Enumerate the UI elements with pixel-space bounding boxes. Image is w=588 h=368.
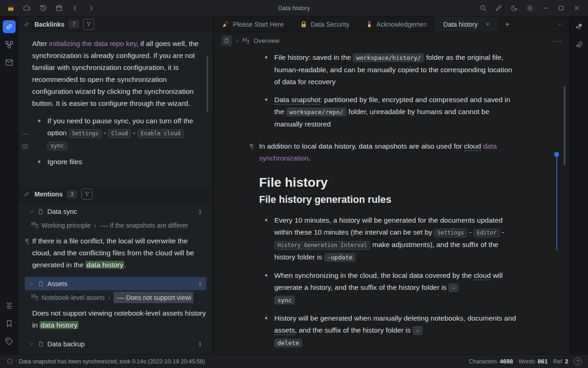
mentions-header: Mentions 3	[18, 186, 213, 202]
mention-doc-row-assets[interactable]: Assets 1	[25, 277, 206, 290]
panel-scrollbar-thumb[interactable]	[207, 56, 208, 112]
mention-paragraph[interactable]: Does not support viewing notebook-level …	[32, 307, 206, 331]
help-icon[interactable]: ?	[574, 357, 582, 365]
edit-mode-icon[interactable]	[494, 4, 503, 12]
dock-bookmark-icon[interactable]	[3, 317, 16, 330]
tab-list-dropdown-icon[interactable]	[549, 17, 570, 32]
close-window-icon[interactable]	[572, 4, 581, 12]
tab-label: Acknowledgemen	[377, 21, 428, 28]
backlink-list-item[interactable]: If you need to pause sync, you can turn …	[32, 115, 201, 152]
virtual-ref[interactable]: assets	[274, 326, 295, 335]
mentions-list: Data sync 1 H2 Working principle › ·— If…	[18, 202, 213, 354]
paragraph-gutter-icon[interactable]: ¶	[249, 141, 254, 153]
characters-stat: Characters4698	[469, 358, 513, 365]
tab-data-security[interactable]: Data Security	[292, 17, 358, 32]
back-icon[interactable]	[71, 4, 79, 12]
doc-list-item[interactable]: History will be generated when manually …	[259, 312, 518, 349]
data-history-icon[interactable]	[39, 4, 47, 12]
tab-please-start-here[interactable]: Please Start Here	[214, 17, 292, 32]
link-icon	[23, 190, 30, 198]
editor-scrollbar-thumb[interactable]	[564, 86, 565, 166]
backlinks-filter-button[interactable]	[83, 19, 94, 30]
paragraph-gutter-icon[interactable]: ¶	[25, 236, 29, 247]
inline-code: workspace/history/	[353, 53, 424, 62]
dock-inbox-icon[interactable]	[3, 56, 16, 69]
mention-breadcrumb[interactable]: H2 Notebook-level assets › ·— Does not s…	[25, 292, 206, 303]
cloud-sync-icon[interactable]	[23, 4, 31, 12]
dock-backlinks-icon[interactable]	[3, 20, 16, 33]
mention-doc-row-data-backup[interactable]: Data backup 1	[25, 337, 206, 351]
text-run: -	[500, 228, 504, 236]
maximize-icon[interactable]	[557, 4, 565, 12]
highlight-match: data history	[40, 321, 78, 329]
text-run: After	[32, 40, 49, 47]
doc-bullet-list: Every 10 minutes, a history will be gene…	[259, 214, 518, 354]
search-icon[interactable]	[479, 4, 487, 12]
titlebar-left	[0, 4, 124, 12]
doc-list-item[interactable]: When synchronizing in the cloud, the loc…	[259, 270, 518, 306]
mentions-filter-button[interactable]	[81, 189, 92, 200]
doc-list-item[interactable]: File history: saved in the workspace/his…	[259, 52, 518, 88]
doc-name: Data backup	[47, 338, 85, 350]
new-tab-button[interactable]: +	[498, 17, 517, 32]
text-run: Ignore files	[47, 158, 82, 166]
doc-count: 1	[198, 338, 202, 350]
backlink-paragraph[interactable]: After initializing the data repo key, if…	[32, 38, 201, 109]
doc-name: Assets	[47, 278, 68, 290]
backlink-list-item[interactable]: Ignore files	[32, 156, 201, 168]
tab-acknowledgements[interactable]: Acknowledgemen	[358, 17, 436, 32]
breadcrumb-item[interactable]: Overview	[254, 37, 279, 44]
document-icon-button[interactable]	[221, 35, 232, 46]
breadcrumb-item: Notebook-level assets	[41, 292, 105, 303]
list-item-gutter-icon[interactable]	[21, 130, 29, 138]
highlight-match: data history	[85, 261, 124, 269]
dock-tag-icon[interactable]	[3, 335, 16, 348]
app-window: Data history	[0, 0, 588, 368]
block-ref-link[interactable]: initializing the data repo key	[49, 40, 136, 47]
inline-code: -	[448, 283, 458, 292]
text-run: -	[102, 129, 108, 137]
medal-icon	[366, 21, 373, 28]
virtual-ref[interactable]: cloud	[474, 271, 491, 280]
heading-level-label: H2	[31, 292, 38, 303]
virtual-ref[interactable]: cloud	[464, 142, 481, 151]
breadcrumb-separator: ›	[108, 292, 110, 303]
forward-icon[interactable]	[87, 4, 95, 12]
titlebar: Data history	[0, 0, 588, 17]
dock-graph-view-icon[interactable]	[573, 20, 586, 33]
dock-graph-icon[interactable]	[3, 38, 16, 51]
tab-data-history[interactable]: Data history ×	[435, 17, 498, 32]
lock-icon	[300, 21, 307, 28]
doc-list-item[interactable]: Data snapshot: partitioned by file, encr…	[259, 94, 518, 130]
tab-close-icon[interactable]: ×	[486, 21, 490, 28]
dock-global-graph-icon[interactable]	[573, 38, 586, 51]
mention-breadcrumb[interactable]: H2 Working principle › ·— If the snapsho…	[25, 219, 206, 231]
more-options-icon[interactable]: ···	[553, 37, 562, 45]
editor-content[interactable]: File history: saved in the workspace/his…	[214, 49, 570, 354]
settings-gear-icon[interactable]	[526, 4, 534, 12]
status-message: Data snapshot has been synchronized, too…	[19, 358, 205, 365]
theme-moon-icon[interactable]	[510, 4, 518, 12]
chevron-down-icon	[28, 281, 34, 287]
doc-paragraph[interactable]: ¶ In addition to local data history, dat…	[259, 140, 518, 164]
brand-crown-icon[interactable]	[6, 4, 15, 12]
doc-heading-2[interactable]: File history generation rules	[259, 194, 518, 206]
mention-doc-row-data-sync[interactable]: Data sync 1	[25, 205, 206, 218]
document-icon	[38, 208, 44, 215]
doc-heading-1[interactable]: File history	[259, 177, 518, 189]
doc-bullet-list: File history: saved in the workspace/his…	[259, 52, 518, 130]
daily-note-icon[interactable]	[55, 4, 63, 12]
mentions-title: Mentions	[34, 190, 62, 198]
mention-paragraph[interactable]: ¶ If there is a file conflict, the local…	[32, 235, 206, 271]
doc-list-item[interactable]: Every 10 minutes, a history will be gene…	[259, 214, 518, 264]
virtual-ref[interactable]: Data snapshot	[274, 96, 320, 104]
breadcrumb-item: Working principle	[41, 219, 90, 231]
inline-code: delete	[274, 339, 302, 347]
party-popper-icon	[222, 21, 229, 28]
kbd-tag: Editor	[474, 229, 500, 237]
minimize-icon[interactable]	[541, 4, 549, 12]
tab-label: Data history	[443, 21, 478, 28]
list-gutter-icon[interactable]	[21, 143, 29, 150]
workspace-icon[interactable]	[6, 358, 13, 365]
dock-outline-icon[interactable]	[3, 299, 16, 312]
